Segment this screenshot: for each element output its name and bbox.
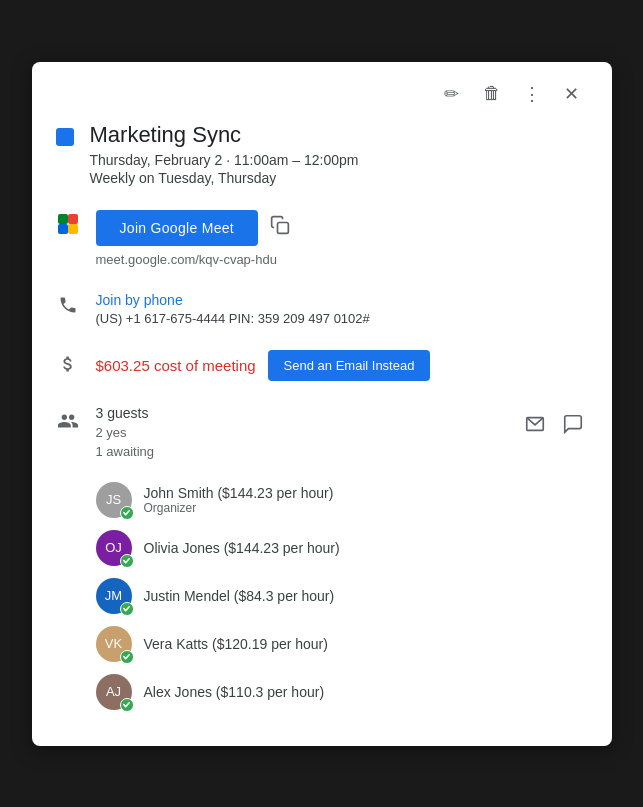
- svg-rect-2: [68, 214, 78, 224]
- guest-name: Justin Mendel ($84.3 per hour): [144, 588, 335, 604]
- event-header: Marketing Sync Thursday, February 2 · 11…: [56, 122, 588, 186]
- avatar-wrap: AJ: [96, 674, 132, 710]
- guest-name: John Smith ($144.23 per hour): [144, 485, 334, 501]
- guests-icon: [56, 409, 80, 433]
- guest-name: Olivia Jones ($144.23 per hour): [144, 540, 340, 556]
- guest-item: AJ Alex Jones ($110.3 per hour): [96, 674, 588, 710]
- phone-section: Join by phone (US) +1 617-675-4444 PIN: …: [56, 287, 588, 330]
- phone-content: Join by phone (US) +1 617-675-4444 PIN: …: [96, 291, 588, 326]
- meet-link: meet.google.com/kqv-cvap-hdu: [96, 252, 588, 267]
- accepted-badge: [120, 506, 134, 520]
- avatar-wrap: OJ: [96, 530, 132, 566]
- accepted-badge: [120, 698, 134, 712]
- guest-list: JS John Smith ($144.23 per hour) Organiz…: [96, 482, 588, 710]
- accepted-badge: [120, 554, 134, 568]
- guest-name: Alex Jones ($110.3 per hour): [144, 684, 325, 700]
- guest-item: VK Vera Katts ($120.19 per hour): [96, 626, 588, 662]
- meet-section: Join Google Meet meet.google.com/kqv-cva…: [56, 206, 588, 271]
- guest-info: Justin Mendel ($84.3 per hour): [144, 588, 335, 604]
- guests-yes: 2 yes: [96, 423, 155, 443]
- event-info: Marketing Sync Thursday, February 2 · 11…: [90, 122, 359, 186]
- edit-button[interactable]: ✏: [436, 78, 468, 110]
- guests-content: 3 guests 2 yes 1 awaiting: [96, 405, 588, 462]
- guests-count: 3 guests: [96, 405, 155, 421]
- guest-info: Vera Katts ($120.19 per hour): [144, 636, 328, 652]
- avatar-wrap: JS: [96, 482, 132, 518]
- message-guests-button[interactable]: [520, 409, 550, 444]
- accepted-badge: [120, 602, 134, 616]
- close-button[interactable]: ✕: [556, 78, 588, 110]
- more-button[interactable]: ⋮: [516, 78, 548, 110]
- guests-awaiting: 1 awaiting: [96, 442, 155, 462]
- meet-icon: [56, 212, 80, 236]
- email-guests-button[interactable]: [558, 409, 588, 444]
- svg-rect-3: [68, 224, 78, 234]
- guest-item: JM Justin Mendel ($84.3 per hour): [96, 578, 588, 614]
- send-email-button[interactable]: Send an Email Instead: [268, 350, 431, 381]
- svg-rect-4: [278, 223, 289, 234]
- cost-text: $603.25 cost of meeting: [96, 357, 256, 374]
- phone-details: (US) +1 617-675-4444 PIN: 359 209 497 01…: [96, 311, 588, 326]
- toolbar: ✏ 🗑 ⋮ ✕: [56, 78, 588, 110]
- guest-info: Olivia Jones ($144.23 per hour): [144, 540, 340, 556]
- event-date: Thursday, February 2 · 11:00am – 12:00pm: [90, 152, 359, 168]
- guest-name: Vera Katts ($120.19 per hour): [144, 636, 328, 652]
- avatar-wrap: JM: [96, 578, 132, 614]
- guest-info: John Smith ($144.23 per hour) Organizer: [144, 485, 334, 515]
- event-color-dot: [56, 128, 74, 146]
- join-phone-link[interactable]: Join by phone: [96, 292, 183, 308]
- delete-button[interactable]: 🗑: [476, 78, 508, 110]
- cost-section: $603.25 cost of meeting Send an Email In…: [56, 346, 588, 385]
- event-title: Marketing Sync: [90, 122, 359, 148]
- phone-icon: [56, 293, 80, 317]
- dollar-icon: [56, 352, 80, 376]
- guest-actions: [520, 409, 588, 444]
- meet-content: Join Google Meet meet.google.com/kqv-cva…: [96, 210, 588, 267]
- join-meet-button[interactable]: Join Google Meet: [96, 210, 259, 246]
- guest-info: Alex Jones ($110.3 per hour): [144, 684, 325, 700]
- svg-rect-0: [58, 214, 68, 224]
- guests-section: 3 guests 2 yes 1 awaiting: [56, 401, 588, 466]
- accepted-badge: [120, 650, 134, 664]
- organizer-label: Organizer: [144, 501, 334, 515]
- guest-item: JS John Smith ($144.23 per hour) Organiz…: [96, 482, 588, 518]
- svg-rect-1: [58, 224, 68, 234]
- event-recurrence: Weekly on Tuesday, Thursday: [90, 170, 359, 186]
- event-popup: ✏ 🗑 ⋮ ✕ Marketing Sync Thursday, Februar…: [32, 62, 612, 746]
- copy-link-button[interactable]: [270, 215, 290, 240]
- cost-row: $603.25 cost of meeting Send an Email In…: [96, 350, 588, 381]
- meet-header: Join Google Meet: [96, 210, 588, 246]
- avatar-wrap: VK: [96, 626, 132, 662]
- cost-content: $603.25 cost of meeting Send an Email In…: [96, 350, 588, 381]
- guest-item: OJ Olivia Jones ($144.23 per hour): [96, 530, 588, 566]
- guests-summary: 3 guests 2 yes 1 awaiting: [96, 405, 155, 462]
